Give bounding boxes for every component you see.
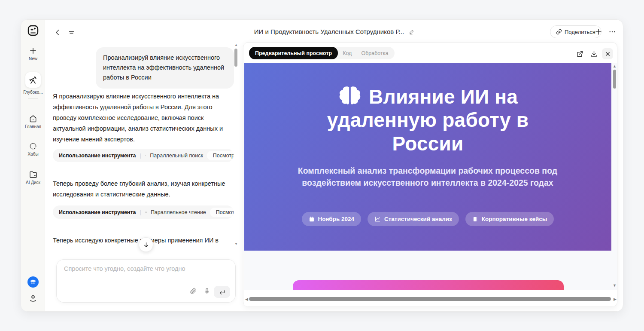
sidebar-item-deep-research-label: Глубоко...: [21, 89, 45, 95]
badge-cases: Корпоративные кейсы: [465, 212, 554, 226]
chat-input-box[interactable]: [56, 259, 236, 303]
profile-button[interactable]: [21, 294, 45, 303]
chat-scrollbar-thumb[interactable]: [234, 49, 237, 67]
slide-title-line: России: [244, 132, 611, 155]
slide: Влияние ИИ на удаленную работу в России …: [244, 63, 611, 251]
enter-icon: [219, 289, 225, 295]
sidebar-item-label: AI Диск: [21, 180, 45, 185]
chat-input[interactable]: [64, 265, 227, 272]
edit-title-icon[interactable]: [409, 29, 415, 35]
chat-scroll-up-arrow[interactable]: ▲: [234, 43, 238, 47]
view-tool-result-button[interactable]: Посмот: [210, 208, 234, 217]
drive-icon: [29, 170, 38, 179]
arrow-down-icon: [143, 242, 149, 248]
slide-badges: Ноябрь 2024 Статистический анализ Корпор…: [244, 212, 611, 226]
tab-code[interactable]: Код: [338, 50, 356, 56]
preview-tabs: Предварительный просмотр Код Обработка: [249, 47, 395, 59]
plus-icon: [29, 46, 37, 55]
sidebar-item-home[interactable]: Главная: [21, 114, 45, 129]
sidebar: New Глубоко... Главная Хабы AI Диск: [21, 20, 45, 311]
sidebar-item-hubs[interactable]: Хабы: [21, 142, 45, 156]
menu-icon: [68, 29, 75, 36]
sidebar-divider: [28, 98, 38, 99]
paperclip-icon: [190, 288, 197, 294]
user-icon: [28, 294, 38, 303]
microphone-icon: [204, 288, 210, 294]
gift-button[interactable]: [21, 276, 45, 288]
hubs-icon: [29, 142, 37, 150]
sidebar-item-deep-research[interactable]: [25, 72, 41, 88]
sidebar-item-label: Главная: [21, 124, 45, 129]
tab-processing[interactable]: Обработка: [356, 50, 393, 56]
sidebar-item-label: Хабы: [21, 152, 45, 156]
chat-scroll-down-arrow[interactable]: ▼: [234, 242, 238, 246]
slide-title-line: Влияние ИИ на: [244, 85, 611, 108]
hscroll-right-arrow[interactable]: ▶: [614, 297, 617, 301]
tool-name: Параллельный поиск: [150, 153, 203, 159]
preview-content: Влияние ИИ на удаленную работу в России …: [244, 63, 617, 307]
preview-scrollbar-thumb[interactable]: [613, 70, 616, 89]
conversation-title-row: ИИ и Продуктивность Удаленных Сотруднико…: [227, 28, 442, 35]
badge-analysis: Статистический анализ: [368, 212, 459, 226]
hscroll-left-arrow[interactable]: ◀: [245, 297, 248, 301]
slide-subtitle: Комплексный анализ трансформации рабочих…: [277, 165, 578, 189]
notebook-icon: [472, 216, 478, 222]
preview-panel: Предварительный просмотр Код Обработка В…: [243, 42, 617, 307]
document-icon: [145, 209, 147, 215]
slide-title-line: удаленную работу в: [244, 108, 611, 132]
tool-use-card-search[interactable]: Использование инструмента | Параллельный…: [53, 149, 234, 162]
plus-icon: [595, 28, 602, 36]
gift-icon: [30, 279, 36, 285]
download-icon: [590, 50, 598, 58]
send-button[interactable]: [214, 286, 230, 298]
close-preview-button[interactable]: [602, 48, 613, 59]
assistant-message: Теперь проведу более глубокий анализ, из…: [53, 178, 236, 200]
user-message-text: Проанализируй влияние искусственного инт…: [103, 54, 224, 81]
user-message-bubble: Проанализируй влияние искусственного инт…: [96, 47, 234, 89]
chevron-left-icon: [54, 29, 61, 36]
sidebar-item-new[interactable]: New: [21, 46, 45, 61]
app-window: New Глубоко... Главная Хабы AI Диск: [21, 19, 623, 312]
new-chat-button[interactable]: [593, 26, 604, 37]
open-external-button[interactable]: [574, 48, 585, 59]
tool-use-card-read[interactable]: Использование инструмента | Параллельное…: [53, 205, 234, 219]
preview-scroll-up-arrow[interactable]: ▲: [613, 64, 617, 68]
sidebar-item-ai-drive[interactable]: AI Диск: [21, 170, 45, 185]
next-slide-bar: [293, 280, 564, 290]
badge-date: Ноябрь 2024: [302, 212, 361, 226]
tool-name: Параллельное чтение: [151, 209, 206, 215]
close-icon: [605, 51, 611, 57]
home-icon: [29, 114, 37, 123]
preview-scroll-down-arrow[interactable]: ▼: [613, 284, 617, 288]
external-link-icon: [576, 50, 583, 58]
calendar-icon: [309, 216, 315, 222]
tool-separator: |: [140, 209, 141, 215]
back-button[interactable]: [52, 27, 63, 38]
brain-icon: [338, 86, 362, 107]
download-button[interactable]: [588, 48, 599, 59]
sidebar-item-label: New: [21, 56, 45, 61]
voice-input-button[interactable]: [204, 288, 210, 296]
page-title: ИИ и Продуктивность Удаленных Сотруднико…: [254, 28, 404, 35]
app-logo[interactable]: [21, 24, 45, 37]
scroll-to-bottom-button[interactable]: [139, 237, 153, 252]
ellipsis-icon: [608, 28, 616, 36]
tab-preview[interactable]: Предварительный просмотр: [249, 47, 338, 59]
view-tool-result-button[interactable]: Посмотр: [207, 151, 234, 160]
attach-file-button[interactable]: [190, 288, 197, 296]
panel-toggle-button[interactable]: [66, 27, 77, 38]
telescope-icon: [28, 75, 38, 85]
assistant-message: Я проанализирую влияние искусственного и…: [53, 91, 236, 145]
tool-use-label: Использование инструмента: [59, 209, 136, 215]
share-button-label: Поделиться: [565, 29, 595, 35]
chart-line-icon: [374, 216, 381, 222]
tool-separator: |: [140, 153, 141, 159]
more-options-button[interactable]: [607, 26, 618, 37]
hscrollbar-thumb[interactable]: [249, 297, 611, 301]
search-icon: [145, 153, 146, 159]
tool-use-label: Использование инструмента: [59, 153, 136, 159]
link-icon: [556, 29, 562, 35]
